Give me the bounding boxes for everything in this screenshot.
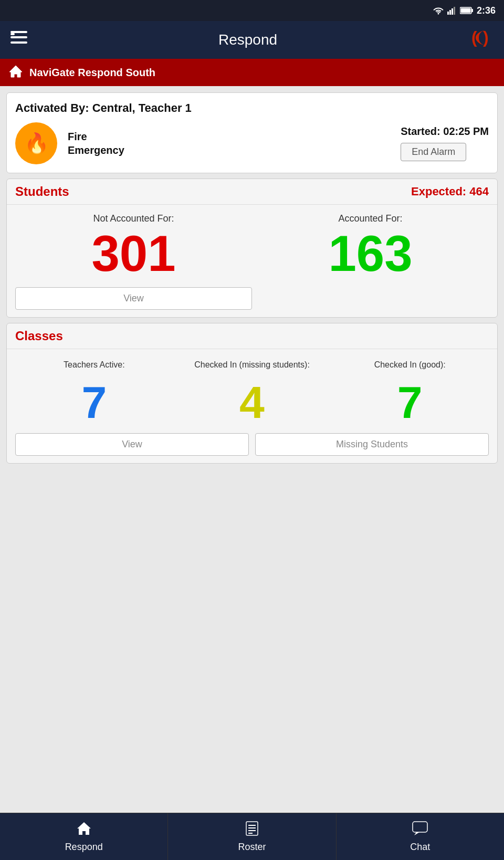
checked-in-good-count: 7 — [397, 380, 423, 425]
not-accounted-count: 301 — [91, 228, 175, 279]
alarm-type-line1: Fire — [68, 130, 124, 143]
bottom-nav: Respond Roster Chat — [0, 813, 504, 860]
alarm-details: 🔥 Fire Emergency Started: 02:25 PM End A… — [15, 122, 489, 164]
not-accounted-block: Not Accounted For: 301 — [15, 213, 252, 279]
nav-title: Respond — [218, 32, 277, 48]
alarm-activated-by: Activated By: Central, Teacher 1 — [15, 101, 489, 115]
location-text: NaviGate Respond South — [29, 67, 155, 79]
end-alarm-button[interactable]: End Alarm — [401, 143, 466, 161]
main-content: Activated By: Central, Teacher 1 🔥 Fire … — [0, 86, 504, 813]
alarm-type-line2: Emergency — [68, 143, 124, 157]
fire-emoji: 🔥 — [24, 132, 49, 155]
not-accounted-label: Not Accounted For: — [93, 213, 174, 224]
roster-nav-label: Roster — [238, 842, 266, 853]
checked-in-good-label: Checked In (good): — [374, 353, 446, 376]
gray-filler-area — [6, 469, 498, 806]
svg-text:(: ( — [471, 28, 477, 47]
alarm-right: Started: 02:25 PM End Alarm — [401, 125, 489, 161]
svg-rect-10 — [10, 33, 15, 35]
svg-rect-5 — [471, 9, 473, 12]
teachers-active-label: Teachers Active: — [64, 353, 125, 376]
svg-rect-3 — [454, 7, 455, 15]
students-card: Students Expected: 464 Not Accounted For… — [6, 179, 498, 318]
classes-card: Classes Teachers Active: 7 Checked In (m… — [6, 323, 498, 464]
respond-nav-label: Respond — [65, 842, 103, 853]
location-bar: NaviGate Respond South — [0, 59, 504, 86]
checked-in-missing-count: 4 — [239, 380, 265, 425]
svg-marker-14 — [77, 822, 91, 835]
accounted-block: Accounted For: 163 — [252, 213, 489, 279]
students-title: Students — [15, 184, 69, 199]
status-icons: 2:36 — [433, 5, 496, 16]
respond-nav-icon — [76, 821, 92, 840]
alert-icon[interactable]: ( ) — [468, 25, 494, 55]
svg-text:): ) — [483, 28, 489, 47]
students-card-header: Students Expected: 464 — [7, 179, 497, 205]
svg-rect-6 — [460, 8, 470, 13]
classes-card-header: Classes — [7, 323, 497, 349]
checked-in-missing-label: Checked In (missing students): — [194, 353, 310, 376]
classes-title: Classes — [15, 329, 63, 343]
missing-students-button[interactable]: Missing Students — [255, 433, 489, 456]
alarm-card: Activated By: Central, Teacher 1 🔥 Fire … — [6, 92, 498, 173]
students-view-btn-container: View — [7, 287, 497, 317]
svg-rect-0 — [447, 12, 449, 15]
wifi-icon — [433, 6, 444, 15]
students-expected: Expected: 464 — [411, 185, 489, 198]
svg-rect-20 — [413, 822, 427, 832]
teachers-active-count: 7 — [81, 380, 107, 425]
roster-nav-icon — [245, 821, 259, 840]
signal-icon — [447, 6, 457, 15]
home-icon — [8, 65, 23, 81]
status-time: 2:36 — [477, 5, 496, 16]
battery-icon — [460, 7, 474, 14]
svg-marker-21 — [414, 832, 419, 835]
status-bar: 2:36 — [0, 0, 504, 21]
svg-rect-2 — [452, 8, 453, 15]
alarm-started-time: Started: 02:25 PM — [401, 125, 489, 138]
alarm-type-block: Fire Emergency — [68, 130, 124, 157]
bottom-nav-chat[interactable]: Chat — [337, 813, 504, 860]
checked-in-good-block: Checked In (good): 7 — [331, 353, 489, 425]
classes-view-button[interactable]: View — [15, 433, 249, 456]
accounted-count: 163 — [328, 228, 412, 279]
accounted-label: Accounted For: — [338, 213, 402, 224]
students-counts: Not Accounted For: 301 Accounted For: 16… — [7, 205, 497, 287]
hamburger-menu-icon[interactable] — [10, 31, 27, 49]
bottom-nav-respond[interactable]: Respond — [0, 813, 168, 860]
bottom-nav-roster[interactable]: Roster — [168, 813, 336, 860]
students-view-button[interactable]: View — [15, 287, 252, 310]
classes-counts: Teachers Active: 7 Checked In (missing s… — [7, 349, 497, 433]
chat-nav-label: Chat — [410, 842, 430, 853]
svg-rect-8 — [10, 36, 27, 38]
checked-in-missing-block: Checked In (missing students): 4 — [173, 353, 331, 425]
top-nav: Respond ( ) — [0, 21, 504, 59]
svg-rect-1 — [449, 10, 451, 15]
svg-marker-13 — [9, 66, 22, 77]
chat-nav-icon — [412, 821, 428, 840]
fire-icon-circle: 🔥 — [15, 122, 57, 164]
svg-rect-9 — [10, 41, 27, 44]
svg-rect-7 — [10, 31, 27, 33]
classes-buttons: View Missing Students — [7, 433, 497, 463]
teachers-active-block: Teachers Active: 7 — [15, 353, 173, 425]
